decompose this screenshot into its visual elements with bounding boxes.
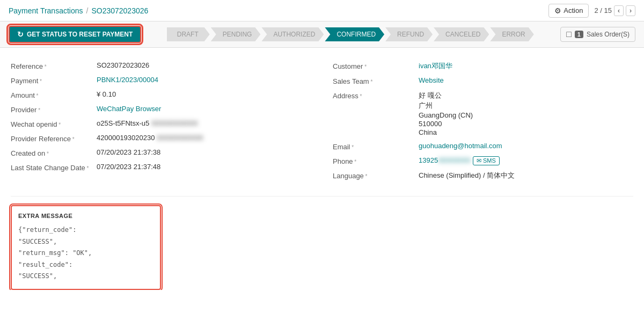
form-row-phone: Phone13925XXXXXXX✉ SMS	[333, 154, 633, 168]
form-row-customer: Customerivan邓国华	[333, 59, 633, 74]
form-value: ¥ 0.10	[97, 90, 116, 98]
form-value: SO23072023026	[97, 61, 149, 69]
refresh-icon: ↻	[17, 30, 24, 39]
sales-order-icon: □	[566, 30, 572, 39]
extra-message-box: EXTRA MESSAGE {"return_code":"SUCCESS","…	[11, 205, 161, 290]
form-label: Provider	[11, 105, 97, 114]
nav-controls: 2 / 15 ‹ ›	[594, 5, 635, 16]
top-header: Payment Transactions / SO23072023026 ⚙ A…	[0, 0, 644, 21]
pipeline-step-pending[interactable]: PENDING	[211, 27, 261, 41]
address-line: 好 嘎公	[419, 91, 473, 100]
breadcrumb: Payment Transactions / SO23072023026	[9, 6, 148, 15]
address-line: 510000	[419, 120, 473, 128]
form-label: Customer	[333, 61, 419, 70]
gear-icon: ⚙	[554, 6, 561, 15]
form-value[interactable]: ivan邓国华	[419, 61, 452, 71]
nav-next-button[interactable]: ›	[626, 5, 635, 16]
form-label: Wechat openid	[11, 119, 97, 128]
breadcrumb-current: SO23072023026	[91, 6, 148, 15]
form-row-sales-team: Sales TeamWebsite	[333, 74, 633, 88]
form-right-column: Customerivan邓国华Sales TeamWebsiteAddress好…	[333, 59, 633, 183]
sales-order-badge[interactable]: □ 1 Sales Order(S)	[560, 27, 635, 42]
form-value: o25S-t5FNtsx-u5 XXXXXXXXXX	[97, 119, 198, 127]
form-row-reference: ReferenceSO23072023026	[11, 59, 311, 73]
form-row-created-on: Created on07/20/2023 21:37:38	[11, 146, 311, 160]
action-button[interactable]: ⚙ Action	[548, 4, 589, 18]
header-right: ⚙ Action 2 / 15 ‹ ›	[548, 4, 635, 18]
form-row-provider: ProviderWeChatPay Browser	[11, 102, 311, 117]
form-value: 13925XXXXXXX✉ SMS	[419, 156, 500, 165]
address-line: 广州	[419, 101, 473, 111]
form-row-last-state-change-date: Last State Change Date07/20/2023 21:37:4…	[11, 160, 311, 174]
form-row-wechat-openid: Wechat openido25S-t5FNtsx-u5 XXXXXXXXXX	[11, 117, 311, 131]
main-content: ReferenceSO23072023026PaymentPBNK1/2023/…	[0, 48, 644, 290]
extra-message-line: "result_code":	[18, 259, 153, 271]
address-line: China	[419, 128, 473, 136]
action-label: Action	[564, 6, 583, 14]
form-label: Address	[333, 91, 419, 100]
nav-prev-button[interactable]: ‹	[614, 5, 624, 16]
pipeline-step-canceled[interactable]: CANCELED	[434, 27, 489, 41]
sms-button[interactable]: ✉ SMS	[473, 156, 500, 165]
form-value: 420000193020230 XXXXXXXXXX	[97, 134, 203, 142]
phone-value[interactable]: 13925XXXXXXX	[419, 156, 471, 164]
form-row-address: Address好 嘎公广州GuangDong (CN)510000China	[333, 88, 633, 139]
form-value: Chinese (Simplified) / 简体中文	[419, 171, 515, 180]
form-section: ReferenceSO23072023026PaymentPBNK1/2023/…	[11, 59, 633, 183]
nav-position: 2 / 15	[594, 6, 612, 14]
extra-message-line: "SUCCESS",	[18, 236, 153, 248]
extra-message-line: "SUCCESS",	[18, 271, 153, 282]
form-value[interactable]: PBNK1/2023/00004	[97, 76, 158, 84]
pipeline-step-draft[interactable]: DRAFT	[167, 27, 210, 41]
form-row-provider-reference: Provider Reference420000193020230 XXXXXX…	[11, 131, 311, 146]
sales-order-label: Sales Order(S)	[587, 31, 630, 38]
form-label: Reference	[11, 61, 97, 70]
form-label: Amount	[11, 90, 97, 99]
pipeline-step-refund[interactable]: REFUND	[385, 27, 433, 41]
extra-message-title: EXTRA MESSAGE	[18, 213, 153, 219]
form-value: 好 嘎公广州GuangDong (CN)510000China	[419, 91, 473, 136]
form-value: 07/20/2023 21:37:38	[97, 148, 160, 156]
form-label: Email	[333, 142, 419, 151]
form-value[interactable]: Website	[419, 76, 444, 84]
pipeline: DRAFTPENDINGAUTHORIZEDCONFIRMEDREFUNDCAN…	[167, 27, 535, 41]
extra-message-section: EXTRA MESSAGE {"return_code":"SUCCESS","…	[11, 205, 633, 290]
form-label: Phone	[333, 156, 419, 165]
reset-button-label: GET STATUS TO RESET PAYMENT	[27, 31, 133, 38]
form-left-column: ReferenceSO23072023026PaymentPBNK1/2023/…	[11, 59, 311, 183]
breadcrumb-parent[interactable]: Payment Transactions	[9, 6, 83, 15]
extra-message-content: {"return_code":"SUCCESS","return_msg": "…	[18, 224, 153, 282]
section-divider	[11, 196, 633, 197]
extra-message-line: "return_msg": "OK",	[18, 248, 153, 259]
form-row-amount: Amount¥ 0.10	[11, 88, 311, 102]
form-value: 07/20/2023 21:37:48	[97, 163, 160, 171]
form-label: Payment	[11, 76, 97, 85]
pipeline-step-error[interactable]: ERROR	[490, 27, 533, 41]
pipeline-step-authorized[interactable]: AUTHORIZED	[261, 27, 324, 41]
form-value[interactable]: WeChatPay Browser	[97, 105, 161, 113]
breadcrumb-separator: /	[86, 6, 89, 15]
address-line: GuangDong (CN)	[419, 111, 473, 119]
form-label: Language	[333, 171, 419, 180]
sales-order-count: 1	[575, 31, 583, 38]
form-value[interactable]: guohuadeng@hotmail.com	[419, 142, 502, 150]
form-label: Last State Change Date	[11, 163, 97, 172]
form-label: Sales Team	[333, 76, 419, 85]
form-row-email: Emailguohuadeng@hotmail.com	[333, 139, 633, 154]
form-label: Created on	[11, 148, 97, 157]
form-row-payment: PaymentPBNK1/2023/00004	[11, 73, 311, 88]
extra-message-line: {"return_code":	[18, 224, 153, 236]
reset-payment-button[interactable]: ↻ GET STATUS TO RESET PAYMENT	[9, 26, 141, 43]
pipeline-step-confirmed[interactable]: CONFIRMED	[325, 27, 384, 41]
status-bar: ↻ GET STATUS TO RESET PAYMENT DRAFTPENDI…	[0, 21, 644, 48]
form-label: Provider Reference	[11, 134, 97, 143]
form-row-language: LanguageChinese (Simplified) / 简体中文	[333, 168, 633, 183]
